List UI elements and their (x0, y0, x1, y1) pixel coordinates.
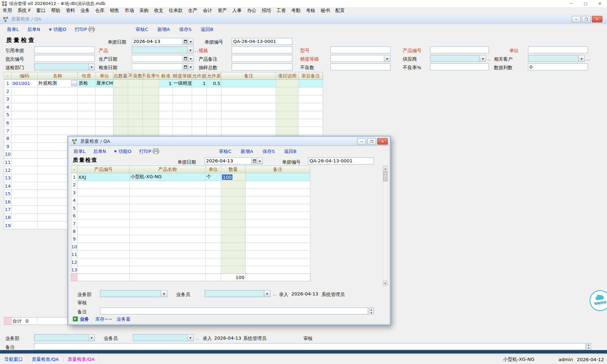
column-header[interactable]: 总数量 (113, 72, 128, 80)
save-button[interactable]: 保存S (179, 26, 192, 33)
table-row[interactable]: 11 (71, 251, 310, 258)
menu-item[interactable]: 系统 F (15, 7, 34, 15)
row-number-cell[interactable]: 15 (4, 190, 11, 198)
sample-total-input[interactable] (232, 64, 292, 70)
cell[interactable] (221, 258, 246, 266)
spinner-down-icon[interactable]: ▼ (369, 311, 373, 314)
cell[interactable] (12, 167, 38, 174)
cell[interactable] (246, 266, 310, 274)
cell[interactable] (113, 111, 128, 119)
cell[interactable] (246, 181, 310, 189)
menu-item[interactable]: 资产 (215, 7, 230, 15)
menu-item[interactable]: 销售 (107, 7, 122, 15)
cell[interactable] (173, 111, 192, 119)
cell[interactable] (246, 212, 310, 220)
column-header[interactable]: 编码 (12, 72, 38, 80)
row-number-cell[interactable]: 8 (71, 228, 77, 235)
column-header[interactable]: 不良率% (143, 72, 159, 80)
table-row[interactable]: 6 (71, 212, 310, 220)
cell[interactable] (130, 212, 205, 220)
cell[interactable] (77, 189, 130, 196)
table-row[interactable]: 2 (4, 88, 323, 95)
doc-restore-button[interactable]: ❐ (582, 16, 591, 22)
modal-close-button[interactable]: ✕ (377, 138, 388, 145)
menu-item[interactable]: 配置 (333, 7, 347, 15)
cell[interactable] (128, 103, 143, 111)
row-number-cell[interactable]: 18 (4, 214, 11, 222)
prod-date-dropdown-arrow[interactable]: ▼ (188, 55, 193, 62)
cell[interactable] (128, 127, 143, 135)
table-row[interactable]: 5 (4, 111, 323, 119)
dropdown-arrow-icon[interactable]: ▼ (578, 55, 585, 62)
spinner-down-icon[interactable]: ▼ (586, 347, 591, 350)
cell[interactable]: 0.5 (207, 80, 222, 88)
cell[interactable] (192, 103, 207, 111)
modal-biz-dept-combo[interactable]: ▼ (100, 290, 167, 297)
cell[interactable] (96, 95, 113, 103)
table-row[interactable]: 13 (71, 266, 310, 274)
modal-bill-date-input[interactable] (205, 158, 251, 164)
column-header[interactable]: 备注 (222, 72, 276, 80)
row-number-cell[interactable]: 1 (4, 80, 11, 88)
cell[interactable] (246, 197, 310, 204)
cell[interactable] (77, 251, 130, 258)
cell[interactable] (222, 80, 276, 88)
row-number-cell[interactable]: 2 (71, 181, 77, 189)
modal-titlebar[interactable]: 质量检查 / QA ─ ❐ ✕ (69, 137, 389, 146)
salesman-browse-dots[interactable]: .. (196, 335, 199, 341)
column-header[interactable]: 精度等级 (173, 72, 192, 80)
menu-item[interactable]: 窗口 (34, 7, 48, 15)
browse-button[interactable]: … (71, 80, 77, 86)
prod-date-input[interactable] (132, 55, 182, 62)
cell[interactable] (207, 119, 222, 127)
cell[interactable] (221, 235, 246, 243)
modal-bill-no-input[interactable] (308, 157, 374, 164)
cell[interactable] (207, 111, 222, 119)
note-input[interactable] (34, 343, 586, 350)
cell[interactable] (128, 95, 143, 103)
cell[interactable] (159, 111, 173, 119)
cell[interactable] (299, 88, 323, 95)
table-row[interactable]: 1001001外观检测…质检厘米CM1一级精度10.5 (4, 80, 323, 88)
cell[interactable] (221, 266, 246, 274)
supplier-browse-dots[interactable]: .. (488, 56, 492, 62)
column-header[interactable]: 标准 (159, 72, 173, 80)
cell[interactable] (78, 95, 95, 103)
close-button[interactable]: ✕ (593, 0, 607, 7)
menu-item[interactable]: 常用 (0, 7, 15, 15)
cell[interactable] (77, 197, 130, 204)
cell[interactable] (113, 127, 128, 135)
modal-function-menu-button[interactable]: 功能O (114, 148, 132, 155)
table-row[interactable]: 2 (71, 181, 310, 189)
cell[interactable] (96, 111, 113, 119)
cell[interactable] (276, 80, 299, 88)
cell[interactable] (221, 212, 246, 220)
cell[interactable] (276, 103, 299, 111)
cell[interactable] (192, 111, 207, 119)
cell[interactable] (113, 119, 128, 127)
row-number-cell[interactable]: 10 (4, 151, 11, 159)
audit-button[interactable]: 审核C (136, 26, 148, 33)
cell[interactable]: 001001 (12, 80, 38, 88)
cell[interactable]: 1 (159, 80, 173, 88)
cell[interactable] (173, 103, 192, 111)
row-number-cell[interactable]: 9 (71, 235, 77, 243)
modal-next-bill-button[interactable]: 后单N (93, 148, 106, 155)
cell[interactable] (299, 127, 323, 135)
cell[interactable] (128, 119, 143, 127)
cell[interactable] (159, 103, 173, 111)
cell[interactable] (96, 88, 113, 95)
modal-back-button[interactable]: 返回B (284, 148, 296, 155)
cell[interactable] (143, 80, 159, 88)
row-number-cell[interactable]: 2 (4, 88, 11, 95)
row-number-cell[interactable]: 4 (71, 197, 77, 204)
cell[interactable] (222, 103, 276, 111)
cell[interactable] (130, 181, 205, 189)
cell[interactable] (12, 151, 38, 159)
cell[interactable] (206, 266, 221, 274)
dropdown-arrow-icon[interactable]: ▼ (187, 47, 193, 53)
modal-salesman-combo[interactable]: ▼ (205, 290, 270, 297)
cell[interactable] (206, 258, 221, 266)
cell[interactable] (77, 258, 130, 266)
customer-combo[interactable]: ▼ (528, 55, 585, 62)
